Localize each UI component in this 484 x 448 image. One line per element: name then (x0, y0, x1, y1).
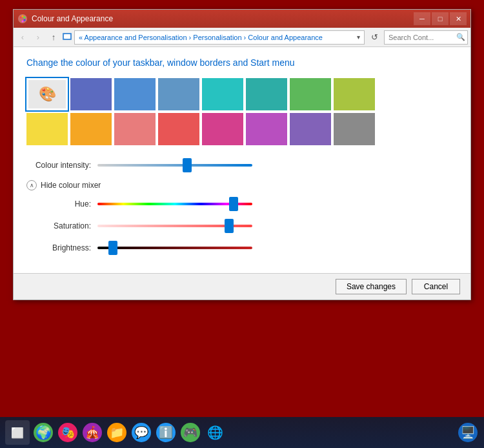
saturation-label: Saturation: (26, 221, 91, 230)
swatch-darkteal[interactable] (246, 78, 287, 110)
svg-point-2 (22, 15, 24, 17)
swatch-purple[interactable] (246, 113, 287, 145)
minimize-button[interactable]: ─ (414, 12, 430, 25)
main-window: Colour and Appearance ─ □ ✕ ‹ › ↑ « Appe… (13, 9, 471, 300)
taskbar-app2-icon[interactable]: 🎭 (58, 423, 77, 442)
swatch-indigo[interactable] (70, 78, 112, 110)
footer: Save changes Cancel (14, 273, 470, 300)
search-input[interactable] (384, 30, 468, 45)
swatch-blue[interactable] (114, 78, 156, 110)
taskbar-chrome-icon[interactable]: 🌐 (205, 423, 225, 442)
cancel-button[interactable]: Cancel (412, 279, 460, 294)
search-icon: 🔍 (456, 33, 465, 41)
intensity-thumb[interactable] (183, 158, 192, 172)
saturation-track[interactable] (97, 225, 252, 227)
hue-track[interactable] (97, 203, 252, 205)
palette-icon: 🎨 (39, 86, 56, 103)
taskbar-folder-icon[interactable]: 📁 (107, 423, 126, 442)
swatch-red[interactable] (158, 113, 199, 145)
taskbar-messenger-icon[interactable]: 💬 (132, 423, 151, 442)
swatch-lightblue[interactable] (158, 78, 199, 110)
svg-point-5 (22, 21, 24, 23)
intensity-track[interactable] (97, 164, 252, 167)
swatches-grid: 🎨 (26, 78, 458, 145)
title-bar: Colour and Appearance ─ □ ✕ (14, 10, 470, 28)
taskbar-monitor-icon[interactable]: 🖥️ (458, 423, 478, 442)
intensity-label: Colour intensity: (26, 161, 91, 170)
maximize-button[interactable]: □ (432, 12, 449, 25)
brightness-thumb[interactable] (108, 241, 117, 255)
hue-thumb[interactable] (229, 197, 238, 211)
swatch-yellow[interactable] (26, 113, 68, 145)
taskbar-game-icon[interactable]: 🎮 (181, 423, 200, 442)
refresh-button[interactable]: ↺ (367, 30, 381, 45)
window-icon (17, 14, 28, 24)
collapse-icon: ∧ (26, 180, 37, 190)
up-button[interactable]: ↑ (47, 31, 60, 44)
intensity-slider-container[interactable] (97, 158, 252, 172)
svg-point-1 (20, 17, 22, 19)
brightness-slider-container[interactable] (97, 241, 252, 255)
search-container: 🔍 (384, 30, 468, 45)
breadcrumb-text: « Appearance and Personalisation › Perso… (79, 34, 323, 41)
swatch-violet[interactable] (290, 113, 331, 145)
hide-mixer-label: Hide colour mixer (41, 181, 101, 190)
brightness-row: Brightness: (26, 241, 458, 255)
close-button[interactable]: ✕ (450, 12, 467, 25)
chevron-up-icon: ∧ (30, 182, 34, 188)
window-title: Colour and Appearance (32, 14, 414, 23)
address-bar: ‹ › ↑ « Appearance and Personalisation ›… (14, 28, 470, 47)
swatch-teal[interactable] (202, 78, 243, 110)
taskbar-globe-icon[interactable]: 🌍 (34, 423, 53, 442)
brightness-label: Brightness: (26, 243, 91, 252)
back-button[interactable]: ‹ (16, 31, 29, 44)
saturation-slider-container[interactable] (97, 219, 252, 233)
breadcrumb-dropdown[interactable]: ▾ (357, 34, 360, 41)
hide-mixer-button[interactable]: ∧ Hide colour mixer (26, 180, 101, 190)
taskbar: ⬜ 🌍 🎭 🎪 📁 💬 ℹ️ 🎮 🌐 🖥️ (0, 417, 484, 448)
swatch-orange[interactable] (70, 113, 112, 145)
window-controls: ─ □ ✕ (414, 12, 467, 25)
task-view-button[interactable]: ⬜ (5, 420, 30, 445)
location-icon (63, 33, 72, 42)
hue-row: Hue: (26, 197, 458, 211)
page-title: Change the colour of your taskbar, windo… (26, 57, 458, 68)
swatch-salmon[interactable] (114, 113, 156, 145)
swatch-yellow-green[interactable] (334, 78, 375, 110)
save-button[interactable]: Save changes (336, 279, 407, 294)
swatch-green[interactable] (290, 78, 331, 110)
svg-point-3 (24, 17, 26, 19)
swatch-gray[interactable] (334, 113, 375, 145)
breadcrumb[interactable]: « Appearance and Personalisation › Perso… (74, 30, 365, 45)
brightness-track[interactable] (97, 247, 252, 249)
forward-button[interactable]: › (32, 31, 45, 44)
intensity-row: Colour intensity: (26, 158, 458, 172)
svg-point-4 (24, 19, 26, 21)
swatch-pink[interactable] (202, 113, 243, 145)
taskbar-info-icon[interactable]: ℹ️ (156, 423, 176, 442)
main-content: Change the colour of your taskbar, windo… (14, 47, 470, 273)
hue-label: Hue: (26, 199, 91, 209)
saturation-row: Saturation: (26, 219, 458, 233)
palette-swatch[interactable]: 🎨 (26, 78, 68, 110)
hue-slider-container[interactable] (97, 197, 252, 211)
taskbar-app3-icon[interactable]: 🎪 (83, 423, 102, 442)
svg-rect-7 (64, 34, 70, 39)
saturation-thumb[interactable] (225, 219, 234, 233)
